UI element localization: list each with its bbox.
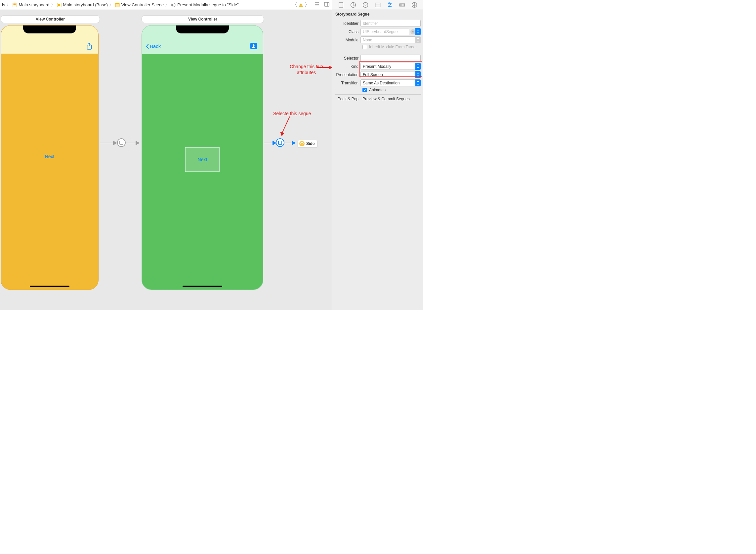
segue-icon bbox=[171, 2, 176, 8]
svg-rect-4 bbox=[58, 4, 60, 6]
notch-icon bbox=[23, 25, 76, 34]
module-label: Module bbox=[335, 38, 361, 42]
scene-viewcontroller-2[interactable]: View Controller Back Next bbox=[141, 15, 264, 290]
segue-node-embed[interactable] bbox=[117, 138, 126, 147]
svg-rect-21 bbox=[375, 3, 380, 7]
nav-back-button[interactable]: 〈 bbox=[292, 1, 297, 8]
peekpop-label: Peek & Pop bbox=[335, 97, 361, 101]
svg-point-14 bbox=[301, 142, 303, 145]
home-indicator-icon bbox=[183, 286, 222, 287]
warning-icon[interactable] bbox=[299, 3, 303, 7]
crumb-4-label: Present Modally segue to "Side" bbox=[177, 2, 239, 7]
next-button-1[interactable]: Next bbox=[45, 154, 55, 159]
segue-connector-1[interactable] bbox=[100, 143, 116, 143]
back-button[interactable]: Back bbox=[146, 43, 161, 49]
storyboard-base-icon bbox=[57, 2, 62, 8]
svg-rect-0 bbox=[13, 3, 16, 7]
back-button-label: Back bbox=[150, 43, 161, 49]
svg-line-16 bbox=[282, 116, 290, 134]
container-next-button[interactable]: Next bbox=[185, 147, 219, 172]
viewcontroller-icon bbox=[299, 141, 305, 146]
download-icon[interactable] bbox=[250, 43, 257, 49]
chevron-right-icon: 〉 bbox=[51, 2, 55, 8]
file-inspector-tab[interactable] bbox=[338, 2, 344, 8]
annotation-arrow-2 bbox=[279, 116, 292, 138]
storyboard-file-icon bbox=[12, 2, 17, 8]
svg-rect-10 bbox=[301, 6, 301, 6]
connections-inspector-tab[interactable] bbox=[411, 2, 418, 8]
animates-checkbox[interactable] bbox=[363, 88, 367, 92]
attributes-inspector-tab[interactable] bbox=[387, 2, 393, 8]
chevron-right-icon: 〉 bbox=[6, 2, 11, 8]
class-field[interactable]: UIStoryboardSegue bbox=[361, 28, 409, 35]
module-field[interactable]: None bbox=[361, 37, 416, 43]
selector-label: Selector bbox=[335, 56, 361, 61]
inherit-module-label: Inherit Module From Target bbox=[369, 45, 417, 49]
scene-viewcontroller-1[interactable]: View Controller Next bbox=[1, 15, 100, 290]
class-stepper[interactable]: ▲▼ bbox=[416, 28, 421, 35]
module-stepper[interactable]: ▲▼ bbox=[416, 37, 421, 43]
kind-label: Kind bbox=[335, 64, 361, 69]
class-clear-button[interactable]: ○ bbox=[411, 29, 416, 35]
svg-rect-17 bbox=[339, 2, 343, 7]
inherit-module-row[interactable]: Inherit Module From Target bbox=[335, 45, 421, 49]
outline-toggle-icon[interactable] bbox=[314, 1, 320, 8]
scene-icon bbox=[115, 2, 120, 8]
crumb-3-label: View Controller Scene bbox=[121, 2, 164, 7]
transition-stepper[interactable]: ▲▼ bbox=[416, 79, 421, 87]
segue-connector-2b[interactable] bbox=[285, 143, 295, 143]
inherit-module-checkbox[interactable] bbox=[363, 45, 367, 49]
class-label: Class bbox=[335, 30, 361, 34]
segue-node-present-modally[interactable] bbox=[276, 138, 285, 147]
help-inspector-tab[interactable]: ? bbox=[362, 2, 369, 8]
presentation-label: Presentation bbox=[335, 72, 361, 77]
svg-rect-1 bbox=[13, 4, 15, 4]
crumb-0-label: ls bbox=[2, 2, 5, 7]
side-badge-label: Side bbox=[306, 141, 315, 146]
phone-mock-1[interactable]: Next bbox=[1, 25, 99, 290]
toolbar-right: 〈 〉 bbox=[292, 1, 330, 8]
size-inspector-tab[interactable] bbox=[399, 2, 405, 8]
section-divider bbox=[335, 94, 421, 95]
segue-connector-1b[interactable] bbox=[126, 143, 139, 143]
chevron-right-icon: 〉 bbox=[109, 2, 113, 8]
inspector-section-title: Storyboard Segue bbox=[332, 10, 423, 18]
svg-rect-2 bbox=[13, 4, 15, 5]
animates-label: Animates bbox=[369, 88, 386, 92]
svg-rect-11 bbox=[324, 2, 329, 6]
side-viewcontroller-badge[interactable]: Side bbox=[298, 140, 317, 148]
annotation-select-segue: Selecte this segue bbox=[273, 111, 311, 116]
identifier-label: Identifier bbox=[335, 21, 361, 26]
animates-row[interactable]: Animates bbox=[335, 88, 421, 92]
breadcrumb[interactable]: ls 〉 Main.storyboard 〉 Main.storyboard (… bbox=[2, 2, 292, 8]
crumb-0[interactable]: ls bbox=[2, 2, 5, 7]
crumb-3[interactable]: View Controller Scene bbox=[115, 2, 164, 8]
notch-icon bbox=[176, 25, 229, 34]
crumb-2[interactable]: Main.storyboard (Base) bbox=[57, 2, 108, 8]
home-indicator-icon bbox=[30, 286, 69, 287]
annotation-highlight-box bbox=[360, 61, 422, 77]
crumb-4[interactable]: Present Modally segue to "Side" bbox=[171, 2, 239, 8]
identifier-field[interactable]: Identifier bbox=[361, 20, 421, 27]
transition-select[interactable]: Same As Destination bbox=[361, 79, 416, 87]
svg-point-7 bbox=[171, 3, 175, 7]
svg-rect-8 bbox=[173, 4, 174, 6]
chevron-right-icon: 〉 bbox=[165, 2, 169, 8]
share-icon[interactable] bbox=[86, 43, 92, 50]
selector-field[interactable] bbox=[361, 55, 421, 62]
panel-toggle-icon[interactable] bbox=[324, 1, 330, 8]
storyboard-canvas[interactable]: View Controller Next View Controller Bac… bbox=[0, 10, 332, 310]
segue-connector-2[interactable] bbox=[264, 143, 276, 143]
inspector-panel: ? Storyboard Segue Identifier Identifier… bbox=[332, 0, 423, 310]
inspector-tabs: ? bbox=[332, 0, 423, 10]
nav-forward-button[interactable]: 〉 bbox=[305, 1, 310, 8]
breadcrumb-bar: ls 〉 Main.storyboard 〉 Main.storyboard (… bbox=[0, 0, 332, 10]
history-inspector-tab[interactable] bbox=[350, 2, 357, 8]
crumb-1[interactable]: Main.storyboard bbox=[12, 2, 49, 8]
scene-2-title[interactable]: View Controller bbox=[141, 15, 264, 23]
crumb-2-label: Main.storyboard (Base) bbox=[63, 2, 108, 7]
svg-text:?: ? bbox=[365, 3, 366, 7]
identity-inspector-tab[interactable] bbox=[374, 2, 381, 8]
scene-1-title[interactable]: View Controller bbox=[1, 15, 100, 23]
phone-mock-2[interactable]: Back Next bbox=[141, 25, 263, 290]
